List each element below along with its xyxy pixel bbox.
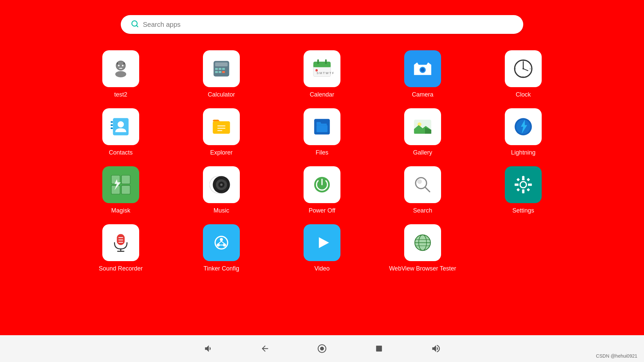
app-item-tinkerconfig[interactable]: Tinker Config <box>171 224 272 272</box>
svg-text:6: 6 <box>523 76 524 78</box>
svg-point-7 <box>116 61 125 70</box>
svg-point-34 <box>421 68 425 72</box>
app-label-soundrecorder: Sound Recorder <box>99 265 143 272</box>
status-left: 5:30 AM <box>7 2 39 11</box>
app-item-camera[interactable]: Camera <box>372 50 473 98</box>
svg-rect-22 <box>222 71 225 73</box>
svg-rect-51 <box>213 121 230 134</box>
app-icon-tinkerconfig <box>203 224 240 261</box>
app-icon-video <box>304 224 340 261</box>
svg-rect-16 <box>215 62 227 66</box>
app-label-camera: Camera <box>412 91 433 98</box>
svg-rect-86 <box>515 184 519 186</box>
svg-rect-3 <box>636 5 637 7</box>
search-bar[interactable] <box>121 15 523 34</box>
app-label-webview: WebView Browser Tester <box>389 265 456 272</box>
app-grid: test2 Calculator <box>70 44 574 279</box>
app-icon-files <box>304 108 340 145</box>
svg-rect-66 <box>121 175 130 184</box>
app-item-gallery[interactable]: Gallery <box>372 108 473 156</box>
svg-point-73 <box>220 184 223 186</box>
svg-rect-21 <box>219 71 221 73</box>
app-item-soundrecorder[interactable]: Sound Recorder <box>70 224 171 272</box>
status-icon <box>32 2 39 11</box>
svg-rect-9 <box>117 62 118 64</box>
app-item-contacts[interactable]: Contacts <box>70 108 171 156</box>
search-input[interactable] <box>143 21 513 28</box>
app-label-tinkerconfig: Tinker Config <box>204 265 239 272</box>
app-item-explorer[interactable]: Explorer <box>171 108 272 156</box>
app-item-settings[interactable]: Settings <box>473 166 574 214</box>
svg-text:1: 1 <box>315 69 316 71</box>
svg-rect-85 <box>522 189 525 193</box>
app-label-gallery: Gallery <box>413 149 432 156</box>
app-icon-settings <box>505 166 542 203</box>
app-item-search[interactable]: Search <box>372 166 473 214</box>
svg-text:9: 9 <box>515 68 516 70</box>
app-item-poweroff[interactable]: Power Off <box>272 166 372 214</box>
svg-point-8 <box>115 71 126 77</box>
app-item-music[interactable]: Music <box>171 166 272 214</box>
svg-rect-78 <box>411 173 434 196</box>
volume-down-button[interactable] <box>200 340 216 357</box>
svg-rect-28 <box>325 59 327 64</box>
svg-point-1 <box>34 4 37 8</box>
svg-line-5 <box>137 25 138 27</box>
app-item-calculator[interactable]: Calculator <box>171 50 272 98</box>
app-item-webview[interactable]: WebView Browser Tester <box>372 224 473 272</box>
svg-rect-18 <box>219 68 221 70</box>
app-item-files[interactable]: Files <box>272 108 372 156</box>
app-icon-camera <box>404 50 441 87</box>
svg-rect-118 <box>376 346 382 351</box>
app-item-test2[interactable]: test2 <box>70 50 171 98</box>
time-display: 5:30 AM <box>7 3 29 10</box>
svg-rect-96 <box>118 237 123 238</box>
svg-rect-93 <box>117 234 124 245</box>
app-label-explorer: Explorer <box>210 149 232 156</box>
svg-text:12: 12 <box>523 59 525 61</box>
app-icon-contacts <box>102 108 139 145</box>
svg-rect-48 <box>111 124 113 126</box>
svg-rect-84 <box>522 176 525 180</box>
app-item-video[interactable]: Video <box>272 224 372 272</box>
stop-button[interactable] <box>371 340 387 357</box>
app-icon-lightning <box>505 108 542 145</box>
svg-point-12 <box>122 65 124 66</box>
app-icon-calculator <box>203 50 240 87</box>
app-icon-webview <box>404 224 441 261</box>
app-label-calendar: Calendar <box>310 91 334 98</box>
app-icon-soundrecorder <box>102 224 139 261</box>
svg-point-101 <box>220 238 223 241</box>
svg-rect-17 <box>215 68 218 70</box>
app-item-lightning[interactable]: Lightning <box>473 108 574 156</box>
app-item-magisk[interactable]: Magisk <box>70 166 171 214</box>
app-icon-gallery <box>404 108 441 145</box>
svg-point-11 <box>118 65 120 66</box>
svg-rect-47 <box>111 121 113 123</box>
volume-up-button[interactable] <box>428 340 444 357</box>
app-label-music: Music <box>213 207 229 214</box>
app-item-clock[interactable]: 12 3 6 9 Clock <box>473 50 574 98</box>
watermark: CSDN @hehui0921 <box>596 353 637 359</box>
app-item-calendar[interactable]: S M T W T F S 1 Calendar <box>272 50 372 98</box>
svg-rect-20 <box>215 71 218 73</box>
app-label-video: Video <box>314 265 330 272</box>
app-icon-calendar: S M T W T F S 1 <box>304 50 340 87</box>
svg-rect-13 <box>119 68 122 69</box>
app-icon-poweroff <box>304 166 340 203</box>
svg-point-117 <box>320 347 324 351</box>
app-label-settings: Settings <box>512 207 534 214</box>
svg-text:S M T W T F S: S M T W T F S <box>317 71 334 75</box>
app-icon-test2 <box>102 50 139 87</box>
battery-icon <box>630 2 637 11</box>
svg-rect-19 <box>222 68 225 70</box>
svg-rect-99 <box>210 231 233 254</box>
back-button[interactable] <box>257 340 273 357</box>
svg-rect-26 <box>313 65 330 67</box>
svg-rect-68 <box>121 185 130 194</box>
svg-point-46 <box>118 121 124 128</box>
app-label-files: Files <box>316 149 328 156</box>
app-label-clock: Clock <box>516 91 531 98</box>
svg-rect-10 <box>123 62 125 64</box>
home-button[interactable] <box>314 340 330 357</box>
